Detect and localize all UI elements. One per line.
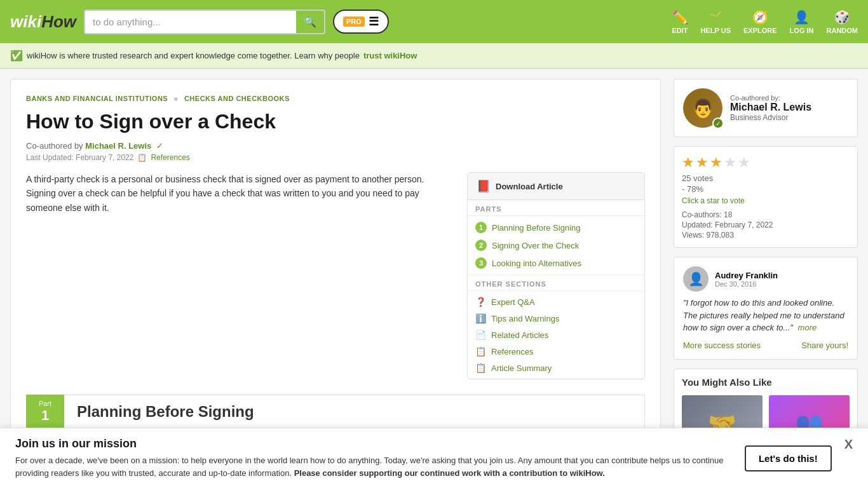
refs-link[interactable]: References [151, 153, 189, 162]
trust-link[interactable]: trust wikiHow [363, 51, 417, 60]
star-4[interactable]: ★ [724, 154, 736, 171]
nav-help-us[interactable]: 🌱 HELP US [701, 10, 731, 34]
random-icon: 🎲 [834, 10, 850, 25]
main-nav: ✏️ EDIT 🌱 HELP US 🧭 EXPLORE 👤 LOG IN 🎲 R… [672, 10, 858, 34]
refs2-icon: 📋 [475, 346, 486, 356]
refs2-label: References [491, 347, 533, 356]
star-5[interactable]: ★ [738, 154, 750, 171]
banner-title: Join us in our mission [15, 437, 732, 451]
star-1[interactable]: ★ [682, 154, 695, 171]
pdf-icon: 📕 [477, 179, 491, 193]
author-header: 👨 ✓ Co-authored by: Michael R. Lewis Bus… [683, 88, 848, 128]
co-authors-meta: Co-authors: 18 [682, 210, 850, 219]
part-num-1: 1 [475, 222, 487, 233]
nav-login[interactable]: 👤 LOG IN [790, 10, 814, 34]
nav-explore[interactable]: 🧭 EXPLORE [743, 10, 777, 34]
search-button[interactable]: 🔍 [296, 11, 324, 33]
breadcrumb-link-2[interactable]: CHECKS AND CHECKBOOKS [184, 95, 290, 102]
banner-body: For over a decade, we've been on a missi… [15, 454, 732, 479]
parts-item-1[interactable]: 1 Planning Before Signing [468, 219, 644, 236]
vote-percent: - 78% [682, 184, 850, 194]
sidebar: 👨 ✓ Co-authored by: Michael R. Lewis Bus… [674, 79, 858, 488]
also-like-title: You Might Also Like [682, 377, 850, 388]
breadcrumb-link-1[interactable]: BANKS AND FINANCIAL INSTITUTIONS [26, 95, 168, 102]
comment-more-link[interactable]: more [798, 323, 817, 332]
trust-check-icon: ✅ [10, 50, 23, 62]
parts-label: PARTS [468, 200, 644, 216]
parts-item-3[interactable]: 3 Looking into Alternatives [468, 254, 644, 272]
author-name-link[interactable]: Michael R. Lewis [85, 141, 151, 151]
part1-title: Planning Before Signing [64, 395, 645, 429]
logo-link[interactable]: wiki How [10, 12, 76, 32]
other-sections-label: OTHER SECTIONS [468, 274, 644, 291]
nav-help-label: HELP US [701, 27, 731, 34]
article-body-layout: A third-party check is a personal or bus… [26, 172, 645, 379]
trust-bar: ✅ wikiHow is where trusted research and … [0, 43, 868, 69]
other-item-refs[interactable]: 📋 References [468, 343, 644, 360]
logo-wiki: wiki [10, 12, 41, 32]
nav-login-label: LOG IN [790, 27, 814, 34]
other-sections-list: ❓ Expert Q&A ℹ️ Tips and Warnings 📄 Rela… [468, 291, 644, 379]
star-3[interactable]: ★ [710, 154, 722, 171]
tips-icon: ℹ️ [475, 313, 486, 323]
verified-badge: ✓ [712, 118, 724, 129]
help-us-icon: 🌱 [708, 10, 724, 25]
part-num-2: 2 [475, 240, 487, 251]
article-title: How to Sign over a Check [26, 110, 645, 133]
more-stories-link[interactable]: More success stories [683, 341, 761, 350]
breadcrumb-separator: » [174, 95, 179, 102]
nav-random[interactable]: 🎲 RANDOM [827, 10, 858, 34]
nav-edit-label: EDIT [672, 27, 688, 34]
author-verified-icon: ✓ [156, 141, 163, 151]
other-item-qa[interactable]: ❓ Expert Q&A [468, 294, 644, 310]
commenter-avatar: 👤 [683, 266, 709, 292]
explore-icon: 🧭 [752, 10, 768, 25]
pro-button[interactable]: PRO ☰ [333, 10, 389, 34]
lets-do-this-button[interactable]: Let's do this! [745, 445, 832, 471]
refs-icon: 📋 [137, 153, 147, 162]
pro-label: PRO [343, 17, 365, 27]
story-links-row: More success stories Share yours! [683, 341, 848, 350]
commenter-name: Audrey Franklin [715, 271, 778, 280]
part-link-2[interactable]: Signing Over the Check [492, 241, 579, 250]
edit-icon: ✏️ [672, 10, 688, 25]
date-text: Last Updated: February 7, 2022 [26, 153, 133, 162]
author-line: Co-authored by Michael R. Lewis ✓ [26, 141, 645, 151]
commenter-info: Audrey Franklin Dec 30, 2016 [715, 271, 778, 288]
comment-card: 👤 Audrey Franklin Dec 30, 2016 "I forgot… [674, 257, 858, 360]
commenter-header: 👤 Audrey Franklin Dec 30, 2016 [683, 266, 848, 292]
breadcrumb: BANKS AND FINANCIAL INSTITUTIONS » CHECK… [26, 95, 645, 102]
date-line: Last Updated: February 7, 2022 📋 Referen… [26, 153, 645, 162]
other-item-tips[interactable]: ℹ️ Tips and Warnings [468, 310, 644, 327]
download-article-button[interactable]: 📕 Download Article [468, 173, 644, 200]
share-yours-link[interactable]: Share yours! [801, 341, 848, 350]
parts-list: 1 Planning Before Signing 2 Signing Over… [468, 216, 644, 274]
article-text: A third-party check is a personal or bus… [26, 172, 454, 379]
close-banner-button[interactable]: X [844, 437, 853, 452]
summary-icon: 📋 [475, 363, 486, 373]
part1-badge: Part 1 [26, 395, 64, 429]
parts-box: 📕 Download Article PARTS 1 Planning Befo… [467, 172, 645, 379]
part-link-3[interactable]: Looking into Alternatives [492, 259, 581, 268]
download-label: Download Article [496, 182, 563, 191]
nav-edit[interactable]: ✏️ EDIT [672, 10, 688, 34]
star-2[interactable]: ★ [696, 154, 709, 171]
other-item-summary[interactable]: 📋 Article Summary [468, 360, 644, 376]
avatar: 👨 ✓ [683, 88, 722, 128]
article-area: BANKS AND FINANCIAL INSTITUTIONS » CHECK… [10, 79, 661, 488]
related-icon: 📄 [475, 330, 486, 340]
part-num-3: 3 [475, 257, 487, 269]
summary-label: Article Summary [491, 363, 552, 373]
banner-text-area: Join us in our mission For over a decade… [15, 437, 732, 479]
qa-label: Expert Q&A [491, 297, 535, 307]
search-input[interactable] [85, 11, 296, 32]
parts-item-2[interactable]: 2 Signing Over the Check [468, 236, 644, 254]
nav-explore-label: EXPLORE [743, 27, 777, 34]
part1-badge-label: Part [39, 400, 51, 407]
other-item-related[interactable]: 📄 Related Articles [468, 327, 644, 343]
author-prefix: Co-authored by [26, 141, 85, 151]
part-link-1[interactable]: Planning Before Signing [492, 223, 581, 233]
banner-emphasis: Please consider supporting our continued… [294, 468, 605, 478]
related-label: Related Articles [491, 330, 548, 340]
co-authored-label: Co-authored by: [730, 94, 811, 102]
